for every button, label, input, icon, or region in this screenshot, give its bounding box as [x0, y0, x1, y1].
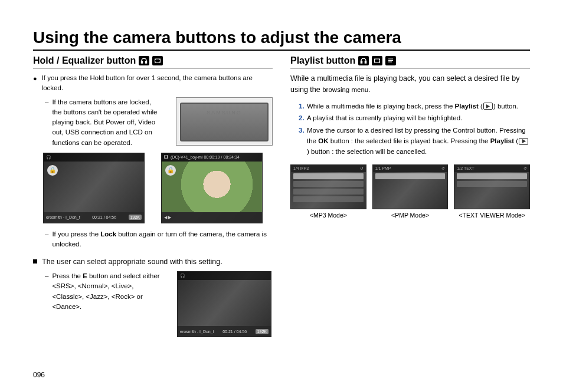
video-player-screenshot: 🎞 (DC)-V41_boy-mi 00:00:19 / 00:24:34 🔒 … — [161, 153, 263, 223]
camera-brand: SAMSUNG — [176, 110, 272, 116]
dash-icon: – — [45, 229, 48, 250]
dash-text: If you press the Lock button again or tu… — [52, 229, 273, 250]
dash-text: Press the E button and select either <SR… — [52, 271, 163, 337]
text-lines-icon — [385, 56, 396, 65]
left-column: Hold / Equalizer button ● If you press t… — [33, 55, 273, 337]
page-number: 096 — [33, 371, 45, 379]
playlist-lead: While a multimedia file is playing back,… — [290, 73, 530, 95]
mode-screenshots-row: 1/4 MP3↺ <MP3 Mode> 1/1 PMP↺ — [290, 164, 530, 219]
text: Press the — [52, 272, 83, 279]
ok-bold: OK — [318, 137, 328, 144]
text: If you press the — [52, 230, 100, 238]
dash-locked: – If the camera buttons are locked, the … — [45, 97, 162, 148]
player-bottombar: erosmith - I_Don_t 00:21 / 04:56 192K — [44, 212, 144, 223]
swirl-icon: ↺ — [523, 166, 527, 171]
text: button : the selected file is played bac… — [328, 137, 490, 144]
headphones-mini-icon: 🎧 — [180, 274, 185, 278]
svg-rect-4 — [155, 62, 156, 63]
svg-rect-1 — [146, 61, 147, 63]
square-text: The user can select appropriate sound wi… — [42, 256, 222, 268]
text: ) button. — [493, 103, 518, 110]
heading-text: Playlist button — [290, 55, 355, 66]
play-button-icon — [519, 138, 528, 145]
mode-topbar: 1/2 TEXT↺ — [454, 165, 529, 172]
track-name: erosmith - I_Don_t — [46, 215, 80, 219]
svg-rect-5 — [159, 59, 161, 60]
lock-bold: Lock — [100, 230, 116, 238]
step-3: Move the cursor to a desired list by pre… — [299, 126, 530, 157]
list-item — [293, 189, 364, 195]
svg-rect-11 — [375, 62, 376, 63]
svg-rect-6 — [159, 62, 161, 63]
mode-topbar: 1/4 MP3↺ — [291, 165, 366, 172]
svg-rect-7 — [361, 61, 362, 63]
player-screenshots-row: 🎧 🔒 erosmith - I_Don_t 00:21 / 04:56 192… — [33, 153, 273, 223]
text-mode-screen: 1/2 TEXT↺ — [454, 164, 530, 209]
square-bullet-icon — [33, 259, 37, 263]
text-mode-fig: 1/2 TEXT↺ <TEXT VIEWER Mode> — [454, 164, 530, 219]
svg-marker-17 — [486, 104, 490, 108]
pmp-mode-screen: 1/1 PMP↺ — [372, 164, 449, 209]
swirl-icon: ↺ — [441, 166, 445, 171]
locked-explain-row: – If the camera buttons are locked, the … — [45, 97, 273, 148]
track-time: 00:21 / 04:56 — [92, 215, 116, 219]
play-icon: ◀ ▶ — [164, 215, 171, 220]
track-time: 00:21 / 04:56 — [222, 330, 247, 334]
bullet-hold: ● If you press the Hold button for over … — [33, 73, 273, 94]
list — [457, 173, 527, 187]
list-item — [293, 181, 364, 187]
text: 1/4 MP3 — [293, 166, 309, 170]
svg-rect-8 — [365, 61, 366, 63]
e-bold: E — [83, 272, 87, 279]
bitrate-tag: 192K — [256, 329, 269, 334]
bullet-icon: ● — [33, 73, 37, 94]
list — [375, 173, 446, 179]
bullet-text: If you press the Hold button for over 1 … — [42, 73, 273, 94]
svg-rect-13 — [379, 62, 380, 63]
dash-icon: – — [45, 97, 48, 148]
square-bullet-row: The user can select appropriate sound wi… — [33, 256, 273, 268]
text: While a multimedia file is playing back,… — [307, 103, 455, 110]
svg-rect-12 — [379, 59, 380, 60]
right-column: Playlist button While a multimedia file … — [290, 55, 530, 337]
list-item — [293, 196, 364, 202]
eq-row: – Press the E button and select either <… — [45, 271, 273, 337]
headphones-icon — [139, 56, 149, 65]
player-topbar: 🎧 — [178, 272, 271, 280]
text: ) button : the selection will be cancell… — [307, 148, 427, 155]
eq-player-screenshot: 🎧 erosmith - I_Don_t 00:21 / 04:56 192K — [177, 271, 271, 337]
mp3-player-screenshot: 🎧 🔒 erosmith - I_Don_t 00:21 / 04:56 192… — [43, 153, 145, 223]
play-button-icon — [483, 103, 493, 110]
filmstrip-icon — [372, 56, 382, 65]
text: 1/2 TEXT — [457, 166, 474, 170]
filmstrip-icon — [152, 56, 163, 65]
step-2: A playlist that is currently playing wil… — [299, 113, 530, 124]
video-frame — [162, 162, 262, 212]
lock-icon: 🔒 — [47, 165, 58, 176]
list-item — [457, 173, 527, 179]
list-item — [457, 181, 527, 187]
dash-eq: – Press the E button and select either <… — [45, 271, 163, 337]
playlist-bold: Playlist — [455, 103, 479, 110]
playlist-bold: Playlist — [490, 137, 514, 144]
caption: <TEXT VIEWER Mode> — [454, 212, 530, 219]
video-bottombar: ◀ ▶ — [162, 212, 262, 223]
two-column-layout: Hold / Equalizer button ● If you press t… — [33, 55, 530, 337]
player-topbar: 🎧 — [44, 153, 144, 162]
filmstrip-mini-icon: 🎞 — [164, 155, 168, 159]
caption: <MP3 Mode> — [290, 212, 366, 219]
step-1: While a multimedia file is playing back,… — [299, 101, 530, 112]
mp3-mode-screen: 1/4 MP3↺ — [290, 164, 366, 209]
hold-equalizer-heading: Hold / Equalizer button — [33, 55, 273, 68]
headphones-mini-icon: 🎧 — [46, 155, 51, 160]
bitrate-tag: 192K — [129, 215, 142, 220]
svg-marker-18 — [522, 139, 525, 143]
heading-text: Hold / Equalizer button — [33, 55, 136, 66]
camera-illustration: SAMSUNG — [176, 97, 273, 146]
text: browsing menu. — [322, 86, 370, 93]
headphones-icon — [358, 56, 369, 65]
video-topbar: 🎞 (DC)-V41_boy-mi 00:00:19 / 00:24:34 — [162, 153, 262, 162]
dash-text: If the camera buttons are locked, the bu… — [52, 97, 162, 148]
text: ( — [514, 137, 518, 144]
svg-rect-10 — [375, 59, 376, 60]
